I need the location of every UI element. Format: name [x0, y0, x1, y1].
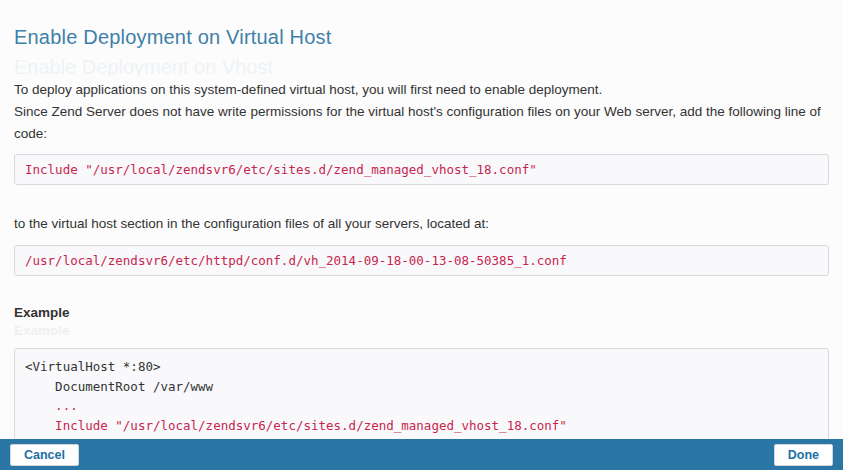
code-line-virtualhost-open: <VirtualHost *:80> — [25, 357, 818, 377]
dialog-footer-bar: Cancel Done — [0, 439, 843, 470]
config-file-path-code-box: /usr/local/zendsvr6/etc/httpd/conf.d/vh_… — [14, 245, 829, 276]
code-line-include: Include "/usr/local/zendsvr6/etc/sites.d… — [25, 416, 818, 436]
cancel-button[interactable]: Cancel — [10, 444, 79, 466]
intro-line-1: To deploy applications on this system-de… — [14, 79, 829, 101]
page-title: Enable Deployment on Virtual Host — [14, 0, 829, 49]
intro-text: To deploy applications on this system-de… — [14, 79, 829, 145]
dialog-content: Enable Deployment on Virtual Host Enable… — [0, 0, 843, 464]
done-button[interactable]: Done — [774, 444, 833, 466]
include-directive-code-box: Include "/usr/local/zendsvr6/etc/sites.d… — [14, 154, 829, 185]
intro-line-2: Since Zend Server does not have write pe… — [14, 101, 829, 145]
ghost-example-artifact: Example — [14, 323, 829, 335]
example-heading: Example — [14, 305, 829, 320]
code-line-ellipsis: ... — [25, 396, 818, 416]
location-text: to the virtual host section in the confi… — [14, 216, 829, 231]
code-line-documentroot: DocumentRoot /var/www — [25, 377, 818, 397]
ghost-title-artifact: Enable Deployment on Vhost — [14, 56, 829, 76]
enable-deployment-dialog: Enable Deployment on Virtual Host Enable… — [0, 0, 843, 470]
